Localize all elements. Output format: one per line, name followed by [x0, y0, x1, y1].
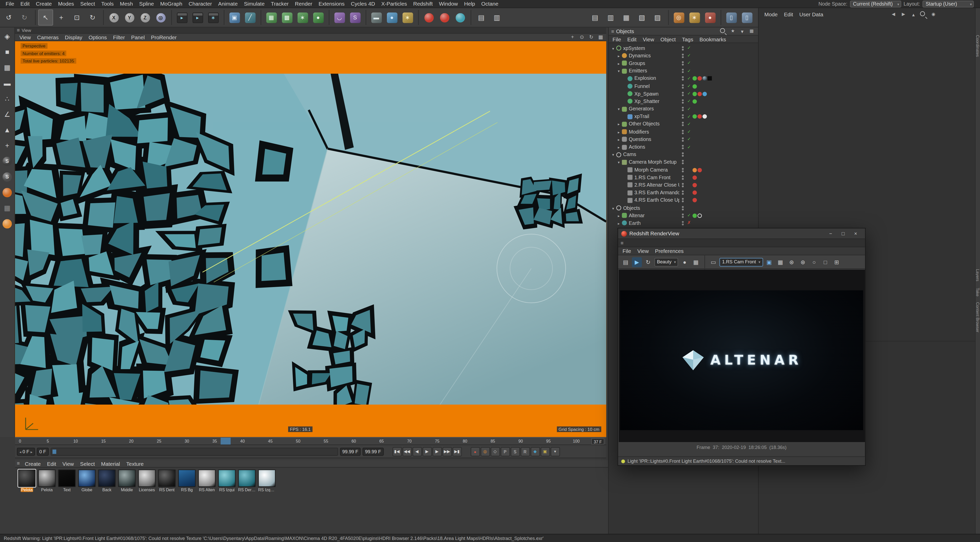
- end-frame-field[interactable]: 99.99 F: [340, 447, 361, 456]
- visibility-dots[interactable]: [679, 198, 686, 203]
- zoom-view-icon[interactable]: ⊙: [578, 34, 586, 41]
- tag-w-icon[interactable]: [703, 114, 707, 119]
- tag-r-icon[interactable]: [697, 114, 702, 119]
- side-tab-layers[interactable]: Layers: [976, 266, 980, 284]
- octane-toolbar-button[interactable]: ∗: [687, 10, 702, 26]
- material-thumbnail[interactable]: [98, 470, 116, 487]
- enable-check-icon[interactable]: ✓: [686, 122, 693, 127]
- object-label[interactable]: Cams: [623, 152, 679, 158]
- object-label[interactable]: Other Objects: [629, 121, 679, 127]
- power-slider-handle[interactable]: [52, 449, 56, 453]
- expander-icon[interactable]: ▸: [616, 130, 621, 134]
- record-keyframe-button[interactable]: ●: [470, 447, 480, 456]
- layout-select[interactable]: Startup (User): [923, 0, 974, 7]
- circle-mask-button[interactable]: ○: [809, 257, 819, 267]
- visibility-dots[interactable]: [679, 61, 686, 65]
- menu-x-particles[interactable]: X-Particles: [378, 0, 410, 6]
- next-key-button[interactable]: ▶▶: [442, 447, 452, 456]
- fullscreen-button[interactable]: ⊞: [832, 257, 842, 267]
- menu-mograph[interactable]: MoGraph: [157, 0, 185, 6]
- mograph-fracture-button[interactable]: ▩: [280, 10, 294, 26]
- objects-menu-edit[interactable]: Edit: [624, 36, 640, 42]
- bucket-render-button[interactable]: ▣: [764, 257, 774, 267]
- visibility-dots[interactable]: [679, 76, 686, 81]
- workplane-button[interactable]: ▥: [603, 10, 618, 26]
- visibility-dots[interactable]: [679, 221, 686, 225]
- spline-wrap-button[interactable]: S: [348, 10, 363, 26]
- lock-icon[interactable]: ◉: [929, 11, 938, 18]
- next-frame-button[interactable]: ▶: [432, 447, 442, 456]
- enable-check-icon[interactable]: ✓: [686, 106, 693, 112]
- tag-g-icon[interactable]: [692, 99, 697, 103]
- render-settings-button[interactable]: ∗: [206, 10, 221, 26]
- tree-row-questions[interactable]: ▸Questions✓: [609, 136, 758, 143]
- autokey-button[interactable]: ◎: [480, 447, 490, 456]
- expander-icon[interactable]: ▸: [616, 221, 621, 225]
- menu-select[interactable]: Select: [77, 0, 98, 6]
- objects-menu-tags[interactable]: Tags: [679, 36, 696, 42]
- timeline-ruler[interactable]: 0510152025303540455055606570758085909510…: [15, 437, 606, 445]
- visibility-dots[interactable]: [679, 92, 686, 96]
- material-middle[interactable]: Middle: [118, 470, 136, 492]
- renderview-menu-file[interactable]: File: [619, 248, 634, 254]
- expander-icon[interactable]: ▸: [616, 137, 621, 141]
- viewport-tab-label[interactable]: View: [22, 28, 31, 32]
- tag-r-icon[interactable]: [692, 198, 697, 203]
- model-mode-button[interactable]: ■: [0, 45, 14, 59]
- sds-weight-button[interactable]: S: [0, 170, 14, 184]
- playback-options-button[interactable]: ▾: [550, 447, 560, 456]
- visibility-dots[interactable]: [679, 69, 686, 73]
- current-frame-marker[interactable]: [221, 438, 231, 445]
- object-label[interactable]: 3.RS Earth Armandose: [635, 190, 679, 195]
- tree-row-2-rs-altenar-close-up[interactable]: 2.RS Altenar Close Up: [609, 181, 758, 189]
- lock-z-axis-button[interactable]: Z: [138, 10, 153, 26]
- tree-row-3-rs-earth-armandose[interactable]: 3.RS Earth Armandose: [609, 189, 758, 197]
- menu-octane[interactable]: Octane: [478, 0, 502, 6]
- tree-row-funnel[interactable]: Funnel✓: [609, 82, 758, 90]
- menu-redshift[interactable]: Redshift: [410, 0, 436, 6]
- visibility-dots[interactable]: [679, 46, 686, 50]
- crop-button[interactable]: ▭: [708, 257, 718, 267]
- renderview-menu-view[interactable]: View: [634, 248, 652, 254]
- objects-menu-object[interactable]: Object: [657, 36, 679, 42]
- viewport-menu-cameras[interactable]: Cameras: [34, 34, 62, 40]
- object-label[interactable]: Dynamics: [629, 53, 679, 59]
- enable-check-icon[interactable]: ✓: [686, 114, 693, 119]
- coordinate-system-button[interactable]: ◎: [153, 10, 168, 26]
- expander-icon[interactable]: ▾: [616, 69, 621, 73]
- panel-menu-icon[interactable]: ≡: [17, 27, 20, 33]
- object-label[interactable]: Modifiers: [629, 129, 679, 135]
- menu-tracker[interactable]: Tracker: [268, 0, 292, 6]
- viewport-panel[interactable]: ≡ View ViewCamerasDisplayOptionsFilterPa…: [15, 27, 606, 437]
- tag-b-icon[interactable]: [703, 92, 707, 96]
- materials-menu-select[interactable]: Select: [77, 460, 98, 466]
- panel-menu-icon[interactable]: ≡: [620, 240, 624, 246]
- aov-select[interactable]: Beauty▾: [654, 257, 678, 266]
- layout-icon[interactable]: ▦: [748, 28, 756, 35]
- expander-icon[interactable]: ▸: [616, 122, 621, 127]
- material-globe[interactable]: Globe: [78, 470, 96, 492]
- floor-button[interactable]: ▬: [369, 10, 384, 26]
- texture-mode-button[interactable]: ▦: [0, 61, 14, 74]
- menu-simulate[interactable]: Simulate: [241, 0, 267, 6]
- record-scale-button[interactable]: S: [511, 447, 520, 456]
- attributes-menu-user-data[interactable]: User Data: [796, 11, 826, 17]
- visibility-dots[interactable]: [679, 213, 686, 218]
- enable-check-icon[interactable]: ✓: [686, 129, 693, 134]
- material-rs-bg[interactable]: RS Bg: [178, 470, 196, 492]
- visibility-dots[interactable]: [679, 183, 686, 187]
- expander-icon[interactable]: ▾: [611, 46, 616, 50]
- toggle-layout-icon[interactable]: ▦: [596, 34, 605, 41]
- tag-r-icon[interactable]: [692, 190, 697, 195]
- lock-y-axis-button[interactable]: Y: [122, 10, 137, 26]
- tree-row-cams[interactable]: ▾Cams: [609, 151, 758, 158]
- enable-check-icon[interactable]: ✓: [686, 46, 693, 51]
- isoline-button[interactable]: ▧: [635, 10, 649, 26]
- light-button[interactable]: ∗: [400, 10, 415, 26]
- visibility-dots[interactable]: [679, 206, 686, 210]
- tag-r-icon[interactable]: [692, 183, 697, 187]
- pan-view-icon[interactable]: +: [568, 34, 577, 41]
- visibility-dots[interactable]: [679, 130, 686, 134]
- material-rs-izquie[interactable]: RS Izquie: [258, 470, 276, 492]
- expander-icon[interactable]: ▸: [616, 145, 621, 149]
